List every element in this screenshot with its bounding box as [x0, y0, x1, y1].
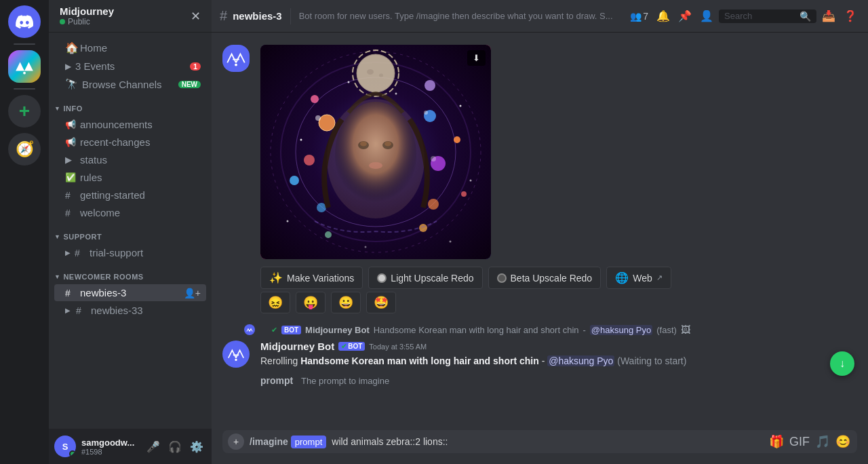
sidebar-item-recent-changes[interactable]: 📢 recent-changes — [54, 134, 206, 151]
category-info[interactable]: ▼ INFO — [49, 94, 212, 115]
reroll-status: (Waiting to start) — [617, 355, 686, 366]
svg-point-41 — [287, 220, 289, 223]
home-icon: 🏠 — [65, 41, 76, 54]
sticker-icon[interactable]: 🎵 — [814, 433, 831, 450]
add-member-icon[interactable]: 👤+ — [184, 288, 201, 298]
reaction-angry[interactable]: 😖 — [260, 292, 290, 313]
sidebar-item-browse[interactable]: 🔭 Browse Channels NEW — [54, 75, 206, 93]
discord-home-icon[interactable] — [8, 5, 41, 38]
generated-image — [260, 45, 491, 259]
inbox-icon[interactable]: 📥 — [819, 7, 838, 25]
chat-input[interactable] — [332, 436, 762, 447]
explore-icon[interactable]: 🧭 — [8, 133, 41, 166]
generated-image-svg — [260, 45, 491, 259]
server-sidebar: + 🧭 — [0, 0, 49, 464]
user-controls: 🎤 🎧 ⚙️ — [144, 439, 206, 455]
server-name: Midjourney — [60, 5, 114, 17]
beta-upscale-icon — [497, 273, 507, 283]
save-image-button[interactable]: ⬇ — [467, 50, 486, 66]
gif-icon[interactable]: GIF — [788, 433, 811, 450]
category-support[interactable]: ▼ SUPPORT — [49, 222, 212, 244]
svg-point-35 — [369, 162, 382, 169]
reaction-grin[interactable]: 😀 — [331, 292, 361, 313]
search-box[interactable]: 🔍 — [719, 9, 816, 23]
sidebar-item-welcome[interactable]: # welcome — [54, 204, 206, 221]
variations-icon: ✨ — [269, 271, 283, 284]
reroll-mention[interactable]: @haksung Pyo — [547, 355, 614, 366]
svg-point-42 — [450, 241, 452, 243]
reply-mention[interactable]: @haksung Pyo — [590, 325, 652, 335]
reply-text: Handsome Korean man with long hair and s… — [374, 325, 579, 335]
sidebar-item-newbies-33[interactable]: ▶ # newbies-33 — [54, 302, 206, 319]
reroll-bot-avatar[interactable] — [222, 341, 250, 368]
reroll-timestamp: Today at 3:55 AM — [369, 343, 427, 351]
reply-speed: (fast) — [656, 325, 677, 335]
action-buttons: ✨ Make Variations Light Upscale Redo Bet… — [260, 267, 857, 289]
external-link-icon: ↗ — [656, 273, 663, 282]
sidebar-item-trial-support[interactable]: ▶ # trial-support — [54, 244, 206, 261]
message-block-image: ⬇ ✨ Make Variations Light Upscale Redo — [222, 43, 857, 317]
chat-input-wrapper: + /imagine prompt 🎁 GIF 🎵 😊 — [222, 430, 857, 453]
prompt-label: prompt — [260, 375, 293, 386]
gift-icon[interactable]: 🎁 — [768, 433, 785, 450]
sidebar-item-events[interactable]: ▶ 3 Events 1 — [54, 58, 206, 75]
settings-button[interactable]: ⚙️ — [187, 439, 206, 455]
sidebar-item-status[interactable]: ▶ status — [54, 151, 206, 168]
sidebar-item-newbies-3[interactable]: # newbies-3 👤+ — [54, 284, 206, 301]
members-list-icon[interactable]: 👤 — [697, 7, 716, 25]
newbies33-hash-icon: # — [76, 305, 87, 316]
web-button[interactable]: 🌐 Web ↗ — [606, 267, 671, 289]
sidebar-item-getting-started[interactable]: # getting-started — [54, 187, 206, 204]
current-user-info: samgoodw... #1598 — [81, 438, 138, 456]
midjourney-server-icon[interactable] — [8, 50, 41, 83]
server-item-explore[interactable]: 🧭 — [8, 133, 41, 166]
user-status-dot — [69, 450, 76, 457]
reaction-tongue[interactable]: 😛 — [296, 292, 326, 313]
newbies33-chevron-icon: ▶ — [65, 307, 71, 314]
reply-author: Midjourney Bot — [305, 325, 370, 335]
notifications-icon[interactable]: 🔔 — [654, 7, 673, 25]
add-server-icon[interactable]: + — [8, 95, 41, 128]
add-file-button[interactable]: + — [228, 433, 244, 450]
main-content: # newbies-3 Bot room for new users. Type… — [212, 0, 868, 464]
reroll-message-text: Rerolling Handsome Korean man with long … — [260, 355, 857, 368]
svg-point-23 — [424, 111, 428, 115]
help-icon[interactable]: ❓ — [841, 7, 860, 25]
svg-point-7 — [311, 95, 319, 103]
reroll-author[interactable]: Midjourney Bot — [260, 341, 334, 352]
pin-icon[interactable]: 📌 — [675, 7, 694, 25]
scroll-to-bottom-button[interactable]: ↓ — [830, 351, 854, 376]
svg-point-26 — [431, 156, 436, 161]
command-prefix: /imagine prompt — [250, 436, 326, 448]
status-icon: ▶ — [65, 155, 76, 165]
channel-list: 🏠 Home ▶ 3 Events 1 🔭 Browse Channels NE… — [49, 33, 212, 429]
sidebar-item-rules[interactable]: ✅ rules — [54, 169, 206, 186]
server-item-add[interactable]: + — [8, 95, 41, 128]
current-user-avatar[interactable]: S — [54, 436, 76, 457]
top-bar-separator — [290, 8, 291, 24]
make-variations-button[interactable]: ✨ Make Variations — [260, 267, 363, 289]
svg-point-40 — [470, 180, 472, 182]
getting-started-hash-icon: # — [65, 190, 76, 201]
sidebar-item-announcements[interactable]: 📢 announcements — [54, 116, 206, 133]
light-upscale-redo-button[interactable]: Light Upscale Redo — [368, 267, 482, 289]
reaction-heart-eyes[interactable]: 🤩 — [366, 292, 396, 313]
web-icon: 🌐 — [615, 271, 629, 284]
trial-support-chevron-icon: ▶ — [65, 249, 71, 256]
beta-upscale-redo-button[interactable]: Beta Upscale Redo — [488, 267, 601, 289]
svg-point-33 — [360, 142, 367, 147]
prompt-tag: prompt — [291, 436, 326, 448]
microphone-button[interactable]: 🎤 — [144, 439, 163, 455]
search-input[interactable] — [724, 11, 797, 21]
sidebar-item-home[interactable]: 🏠 Home — [54, 39, 206, 57]
server-item-midjourney[interactable] — [8, 50, 41, 83]
bot-avatar[interactable] — [222, 45, 250, 72]
search-icon: 🔍 — [800, 11, 811, 22]
svg-point-12 — [325, 231, 332, 238]
category-newcomer-rooms[interactable]: ▼ NEWCOMER ROOMS — [49, 262, 212, 284]
headphones-button[interactable]: 🎧 — [165, 439, 184, 455]
server-header[interactable]: Midjourney Public ✕ — [49, 0, 212, 33]
emoji-icon[interactable]: 😊 — [834, 433, 852, 450]
browse-icon: 🔭 — [65, 78, 78, 90]
server-item-discord-home[interactable] — [8, 5, 41, 38]
